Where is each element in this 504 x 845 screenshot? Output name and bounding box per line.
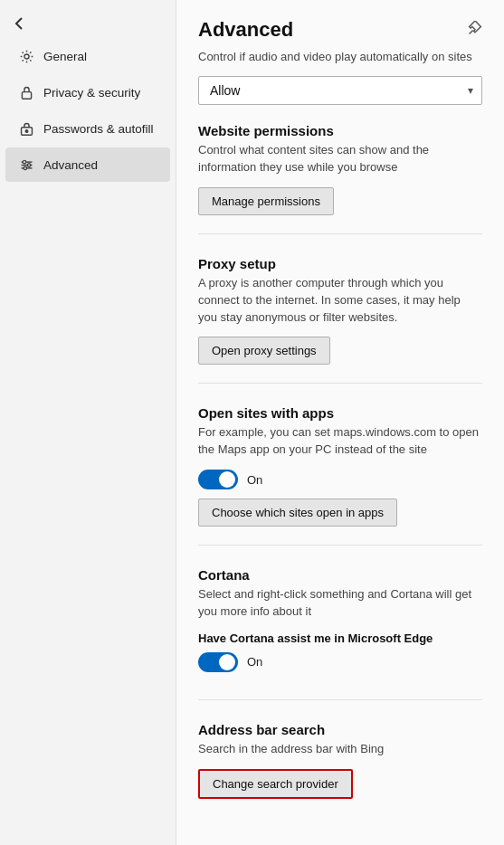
change-search-provider-button[interactable]: Change search provider xyxy=(198,769,353,799)
address-bar-title: Address bar search xyxy=(198,722,482,737)
open-sites-toggle-label: On xyxy=(247,473,262,487)
pin-icon[interactable] xyxy=(468,21,482,39)
general-icon xyxy=(18,48,34,64)
website-permissions-desc: Control what content sites can show and … xyxy=(198,142,482,176)
open-sites-toggle[interactable] xyxy=(198,470,238,489)
cortana-section: Cortana Select and right-click something… xyxy=(198,567,482,700)
svg-point-0 xyxy=(24,53,28,58)
advanced-icon xyxy=(18,157,34,173)
sidebar-item-advanced[interactable]: Advanced xyxy=(5,147,170,182)
choose-sites-button[interactable]: Choose which sites open in apps xyxy=(198,498,397,527)
open-sites-section: Open sites with apps For example, you ca… xyxy=(198,405,482,546)
open-sites-desc: For example, you can set maps.windows.co… xyxy=(198,424,482,459)
cortana-toggle-label: On xyxy=(247,655,262,669)
sidebar-item-general-label: General xyxy=(43,50,87,63)
page-title: Advanced xyxy=(198,18,293,42)
cortana-title: Cortana xyxy=(198,567,482,583)
sidebar: General Privacy & security Passwords & a… xyxy=(0,0,176,845)
svg-point-3 xyxy=(25,129,28,132)
manage-permissions-button[interactable]: Manage permissions xyxy=(198,187,334,215)
open-sites-title: Open sites with apps xyxy=(198,405,482,421)
svg-point-9 xyxy=(24,166,26,169)
sidebar-item-privacy[interactable]: Privacy & security xyxy=(5,75,170,109)
website-permissions-section: Website permissions Control what content… xyxy=(198,123,482,234)
open-sites-toggle-row: On xyxy=(198,470,482,489)
proxy-setup-title: Proxy setup xyxy=(198,256,482,271)
website-permissions-title: Website permissions xyxy=(198,123,482,138)
svg-rect-1 xyxy=(22,91,31,99)
main-content: Advanced Control if audio and video play… xyxy=(176,0,504,845)
svg-line-10 xyxy=(470,30,473,33)
proxy-setup-desc: A proxy is another computer through whic… xyxy=(198,275,482,327)
sidebar-item-privacy-label: Privacy & security xyxy=(43,86,140,100)
audio-dropdown-wrapper: Allow Block Ask ▾ xyxy=(198,76,482,105)
page-title-row: Advanced xyxy=(198,18,482,42)
sidebar-item-advanced-label: Advanced xyxy=(43,158,98,172)
address-bar-section: Address bar search Search in the address… xyxy=(198,722,482,817)
sidebar-item-general[interactable]: General xyxy=(5,39,170,73)
cortana-bold-label: Have Cortana assist me in Microsoft Edge xyxy=(198,631,482,645)
svg-point-8 xyxy=(27,163,30,166)
cortana-desc: Select and right-click something and Cor… xyxy=(198,586,482,621)
cortana-toggle[interactable] xyxy=(198,652,238,672)
sidebar-item-passwords[interactable]: Passwords & autofill xyxy=(5,111,170,146)
passwords-icon xyxy=(18,120,34,137)
sidebar-back-button[interactable] xyxy=(0,9,176,38)
audio-video-desc: Control if audio and video play automati… xyxy=(198,49,482,65)
proxy-setup-section: Proxy setup A proxy is another computer … xyxy=(198,256,482,385)
audio-dropdown[interactable]: Allow Block Ask xyxy=(198,76,482,105)
svg-point-7 xyxy=(23,160,25,163)
sidebar-item-passwords-label: Passwords & autofill xyxy=(43,122,154,136)
cortana-toggle-row: On xyxy=(198,652,482,672)
open-proxy-settings-button[interactable]: Open proxy settings xyxy=(198,337,330,365)
privacy-icon xyxy=(18,84,34,100)
address-bar-desc: Search in the address bar with Bing xyxy=(198,741,482,758)
